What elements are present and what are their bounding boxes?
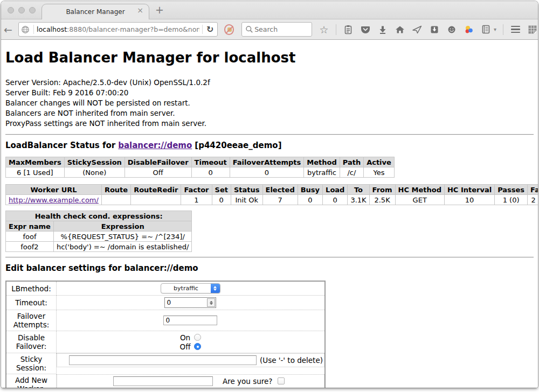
status-heading: LoadBalancer Status forbalancer://demo[p… [5,141,534,150]
add-worker-row: Add New Worker: Are you sure? [6,374,325,388]
add-worker-label: Add New Worker: [6,374,56,388]
lbmethod-row: LBmethod: bytraffic [6,281,325,296]
menu-icon[interactable] [510,24,521,35]
disable-failover-row: Disable Failover: On Off [6,331,325,353]
sticky-session-label: Sticky Session: [6,353,56,374]
back-button[interactable]: ← [1,24,15,36]
search-bar[interactable] [241,22,312,37]
failover-attempts-label: Failover Attempts: [6,310,56,331]
url-path: :8880/balancer-manager?b=demo&nonce=decc… [67,25,199,33]
sticky-session-input[interactable] [69,355,257,365]
radio-off-label: Off [180,342,191,351]
grid-favicon-icon[interactable] [527,24,538,35]
bookmark-star-icon[interactable]: ☆ [319,24,329,35]
timeout-input-wrap [164,297,216,308]
table-row: 6 [1 Used] (None) Off 0 0 bytraffic /c/ … [6,167,395,178]
window-controls[interactable] [8,7,36,13]
search-input[interactable] [253,25,307,34]
url-text[interactable]: localhost:8880/balancer-manager?b=demo&n… [37,25,199,33]
colored-dots-addon-icon[interactable] [464,24,474,35]
timeout-input[interactable] [165,299,207,306]
urlbar-divider2 [202,25,203,34]
table-header-row: Worker URL Route RouteRedir Factor Set S… [6,185,538,195]
close-window-button[interactable] [8,7,14,13]
health-header-row: Expr name Expression [6,221,192,232]
radio-on-label: On [180,333,190,342]
select-stepper-icon [211,283,220,293]
browser-window: Balancer Manager × + ← localhost:8880/ba… [1,1,538,388]
close-tab-icon[interactable]: × [137,6,143,14]
new-tab-button[interactable]: + [155,5,164,15]
timeout-row: Timeout: [6,296,325,310]
page-content: Load Balancer Manager for localhost Serv… [1,41,538,388]
downloads-icon[interactable] [377,24,388,35]
url-host: localhost [37,25,67,33]
edit-settings-heading: Edit balancer settings for balancer://de… [5,263,534,273]
minimize-window-button[interactable] [18,7,25,13]
navigation-toolbar: ← localhost:8880/balancer-manager?b=demo… [1,19,538,40]
divider [5,257,534,258]
url-bar[interactable]: localhost:8880/balancer-manager?b=demo&n… [18,22,218,37]
failover-attempts-input[interactable] [163,316,217,325]
persist-note-line: Balancer changes will NOT be persisted o… [5,98,534,108]
urlbar-divider [33,25,34,34]
chevron-down-icon[interactable]: ▾ [494,26,496,32]
content-blocked-icon[interactable] [224,24,234,35]
number-spinner-icon[interactable] [207,298,215,307]
clipboard-icon[interactable] [343,24,354,35]
globe-icon [21,25,31,34]
proxypass-note-line: ProxyPass settings are NOT inherited fro… [5,118,534,129]
table-header-row: MaxMembers StickySession DisableFailover… [6,157,395,167]
health-check-table: Health check cond. expressions: Expr nam… [5,211,192,252]
lbmethod-select[interactable]: bytraffic [161,283,220,293]
server-version-line: Server Version: Apache/2.5.0-dev (Unix) … [5,78,534,88]
page-title: Load Balancer Manager for localhost [5,50,534,66]
save-to-device-icon[interactable] [429,24,440,35]
pocket-icon[interactable] [360,24,371,35]
tab-strip: Balancer Manager × + [1,1,538,19]
search-icon [245,25,253,33]
are-you-sure-label: Are you sure? [223,377,273,386]
tab-balancer-manager[interactable]: Balancer Manager × [42,4,149,19]
tab-title: Balancer Manager [66,8,125,16]
worker-url-link[interactable]: http://www.example.com/ [9,196,99,204]
toolbar-icons: ☆ [319,24,538,35]
disable-failover-label: Disable Failover: [6,331,56,353]
balancer-demo-link[interactable]: balancer://demo [118,141,192,150]
zoom-window-button[interactable] [29,7,36,13]
lbmethod-label: LBmethod: [6,281,56,296]
add-worker-input[interactable] [113,376,213,386]
divider [5,134,534,135]
chat-smiley-icon[interactable] [446,24,457,35]
server-info: Server Version: Apache/2.5.0-dev (Unix) … [5,78,534,129]
timeout-label: Timeout: [6,296,56,310]
failover-on-radio[interactable] [194,334,201,341]
server-built-line: Server Built: Feb 9 2016 07:00:20 [5,88,534,98]
health-row: foof2 hc('body') =~ /domain is establish… [6,242,192,252]
inherit-note-line: Balancers are NOT inherited from main se… [5,108,534,118]
send-icon[interactable] [412,24,423,35]
are-you-sure-checkbox[interactable] [278,377,285,384]
worker-status-table: Worker URL Route RouteRedir Factor Set S… [5,184,538,205]
edit-balancer-form: LBmethod: bytraffic Timeout: [5,281,326,388]
health-row: foof %{REQUEST_STATUS} =~ /^[234]/ [6,232,192,242]
worker-row: http://www.example.com/ 1 0 Init Ok 7 0 … [6,195,538,205]
sticky-session-row: Sticky Session: (Use '-' to delete) [6,353,325,374]
balancer-status-table: MaxMembers StickySession DisableFailover… [5,157,395,178]
reload-icon[interactable]: ↻ [205,24,215,34]
failover-attempts-row: Failover Attempts: [6,310,325,331]
failover-off-radio[interactable] [194,343,201,350]
notebook-addon-icon[interactable] [481,24,492,35]
sticky-session-note: (Use '-' to delete) [260,356,323,365]
health-title-row: Health check cond. expressions: [6,211,192,221]
home-icon[interactable] [395,24,405,35]
